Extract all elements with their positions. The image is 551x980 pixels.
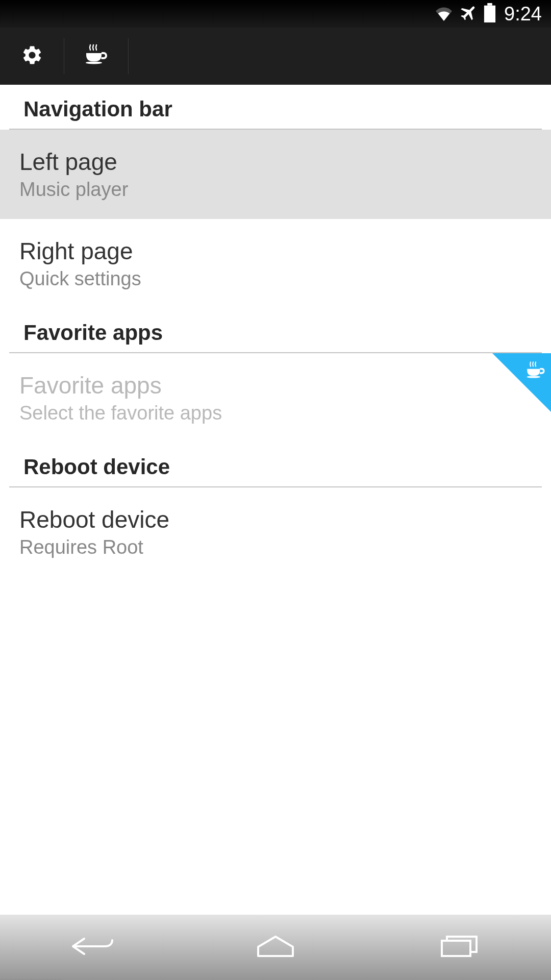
status-icons: 9:24 — [434, 3, 542, 25]
svg-point-2 — [86, 62, 102, 64]
item-title: Right page — [19, 237, 532, 265]
section-header-favorite-apps: Favorite apps — [0, 308, 551, 352]
recents-button[interactable] — [429, 929, 490, 965]
gear-icon — [21, 44, 43, 68]
svg-point-3 — [527, 376, 541, 378]
list-item-right-page[interactable]: Right page Quick settings — [0, 219, 551, 308]
svg-rect-0 — [487, 3, 492, 6]
section-header-navigation: Navigation bar — [0, 85, 551, 129]
recents-icon — [440, 935, 479, 960]
app-bar — [0, 28, 551, 85]
wifi-icon — [434, 5, 454, 23]
home-icon — [256, 935, 295, 960]
coffee-icon — [525, 360, 546, 383]
status-time: 9:24 — [504, 3, 542, 25]
svg-rect-4 — [442, 941, 470, 956]
back-icon — [69, 934, 115, 961]
airplane-icon — [459, 3, 479, 24]
item-subtitle: Requires Root — [19, 536, 532, 558]
item-title: Left page — [19, 148, 532, 176]
list-item-reboot-device[interactable]: Reboot device Requires Root — [0, 487, 551, 577]
home-button[interactable] — [245, 929, 306, 965]
svg-rect-1 — [484, 6, 495, 22]
battery-icon — [484, 3, 496, 24]
item-subtitle: Music player — [19, 179, 532, 201]
item-title: Reboot device — [19, 506, 532, 533]
settings-content: Navigation bar Left page Music player Ri… — [0, 85, 551, 577]
tab-premium[interactable] — [64, 28, 128, 85]
item-subtitle: Quick settings — [19, 268, 532, 290]
system-nav-bar — [0, 915, 551, 980]
section-header-reboot: Reboot device — [0, 443, 551, 486]
tab-settings[interactable] — [0, 28, 64, 85]
tab-divider — [128, 38, 129, 74]
list-item-left-page[interactable]: Left page Music player — [0, 130, 551, 219]
coffee-icon — [84, 43, 109, 69]
back-button[interactable] — [61, 929, 122, 965]
list-item-favorite-apps[interactable]: Favorite apps Select the favorite apps — [0, 353, 551, 443]
status-bar: 9:24 — [0, 0, 551, 28]
item-title: Favorite apps — [19, 372, 532, 399]
item-subtitle: Select the favorite apps — [19, 402, 532, 424]
